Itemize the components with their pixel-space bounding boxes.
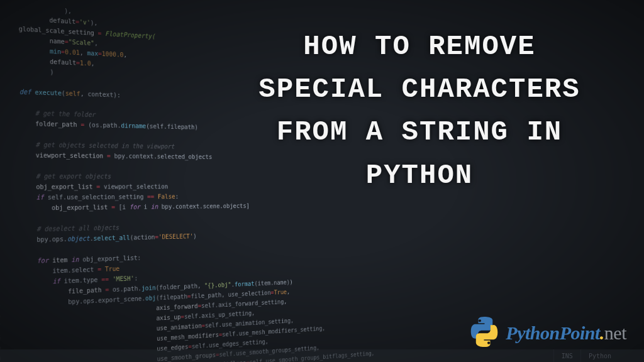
python-logo-icon (468, 315, 501, 351)
logo-text-dot: . (600, 322, 604, 343)
title-line-3: FROM A STRING IN (220, 111, 619, 153)
status-lang: Python (580, 349, 619, 362)
title-line-4: PYTHON (220, 154, 619, 197)
title-line-1: HOW TO REMOVE (220, 25, 619, 68)
title-line-2: SPECIAL CHARACTERS (220, 68, 619, 111)
status-ins: INS (553, 349, 580, 362)
logo: PythonPoint.net (468, 315, 626, 351)
logo-text: PythonPoint.net (506, 322, 626, 344)
logo-text-blue: PythonPoint (506, 322, 600, 343)
status-bar: INS Python (0, 349, 644, 362)
logo-text-grey: net (604, 322, 626, 343)
title-overlay: HOW TO REMOVE SPECIAL CHARACTERS FROM A … (220, 25, 619, 197)
